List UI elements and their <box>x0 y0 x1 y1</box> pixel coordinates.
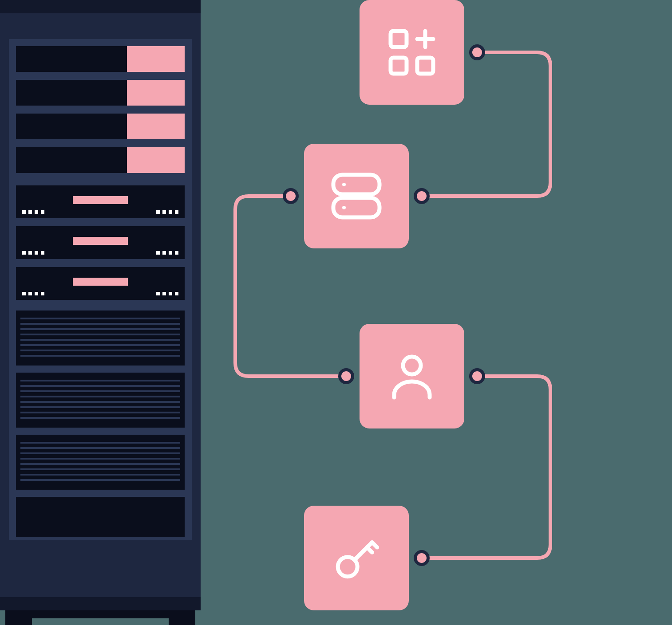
svg-rect-72 <box>162 292 166 295</box>
svg-rect-32 <box>0 597 201 610</box>
svg-rect-54 <box>175 210 178 214</box>
svg-rect-71 <box>156 292 160 295</box>
svg-point-3 <box>417 191 427 201</box>
svg-rect-63 <box>169 251 172 255</box>
svg-rect-64 <box>175 251 178 255</box>
svg-rect-74 <box>175 292 178 295</box>
svg-point-1 <box>472 47 482 57</box>
svg-rect-50 <box>41 210 44 214</box>
svg-rect-38 <box>127 46 185 72</box>
svg-rect-66 <box>73 278 128 286</box>
svg-rect-62 <box>162 251 166 255</box>
svg-rect-69 <box>35 292 38 295</box>
svg-rect-44 <box>127 147 185 173</box>
svg-rect-31 <box>0 0 201 13</box>
svg-rect-33 <box>5 610 195 618</box>
svg-point-21 <box>342 183 346 186</box>
svg-point-9 <box>472 371 482 381</box>
svg-point-22 <box>342 206 346 209</box>
svg-rect-46 <box>73 196 128 204</box>
server-rack <box>0 0 201 625</box>
svg-rect-61 <box>156 251 160 255</box>
svg-rect-48 <box>28 210 32 214</box>
svg-rect-59 <box>35 251 38 255</box>
connector-dots <box>283 44 485 566</box>
rack-blade-units <box>16 185 185 300</box>
svg-rect-102 <box>16 497 185 537</box>
svg-rect-49 <box>35 210 38 214</box>
node-server <box>304 144 409 248</box>
node-key <box>304 506 409 610</box>
svg-point-5 <box>286 191 296 201</box>
svg-rect-42 <box>127 114 185 139</box>
connectors <box>235 52 550 558</box>
svg-rect-70 <box>41 292 44 295</box>
svg-rect-73 <box>169 292 172 295</box>
node-user <box>360 324 464 428</box>
svg-rect-60 <box>41 251 44 255</box>
svg-rect-34 <box>5 618 32 625</box>
rack-vent-panels <box>16 311 185 490</box>
svg-rect-12 <box>360 0 464 105</box>
svg-rect-51 <box>156 210 160 214</box>
svg-point-7 <box>341 371 351 381</box>
svg-rect-57 <box>22 251 26 255</box>
diagram <box>0 0 672 625</box>
svg-rect-68 <box>28 292 32 295</box>
svg-rect-58 <box>28 251 32 255</box>
svg-rect-56 <box>73 237 128 245</box>
svg-rect-35 <box>169 618 195 625</box>
node-apps <box>360 0 464 105</box>
svg-rect-67 <box>22 292 26 295</box>
svg-point-11 <box>417 553 427 563</box>
svg-rect-40 <box>127 80 185 106</box>
svg-rect-53 <box>169 210 172 214</box>
svg-rect-52 <box>162 210 166 214</box>
svg-rect-47 <box>22 210 26 214</box>
